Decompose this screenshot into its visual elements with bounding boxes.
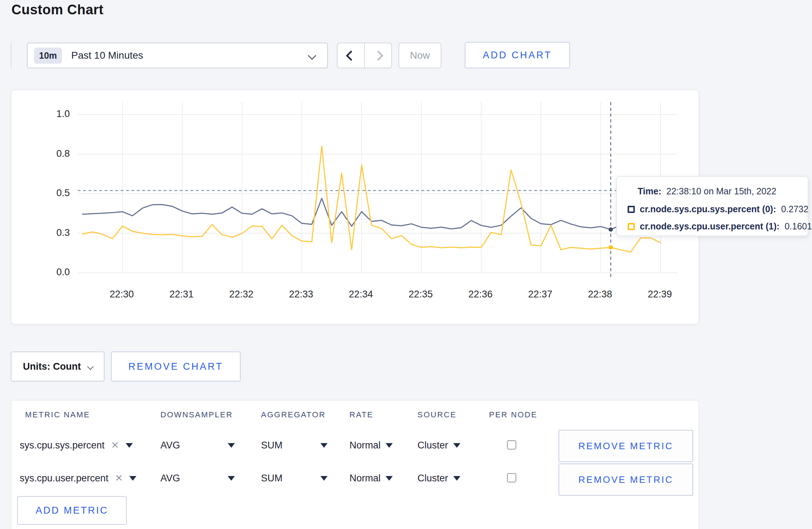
dropdown-caret-icon [386, 476, 393, 481]
aggregator-select[interactable]: SUM [261, 432, 328, 458]
time-range-badge: 10m [34, 48, 62, 64]
toolbar-divider [11, 43, 11, 68]
units-select[interactable]: Units: Count [11, 351, 105, 382]
remove-metric-button[interactable]: REMOVE METRIC [559, 430, 693, 462]
y-tick-label: 0.8 [36, 148, 70, 159]
x-tick-label: 22:38 [575, 288, 625, 300]
chevron-down-icon [87, 363, 93, 370]
x-tick-label: 22:34 [336, 288, 386, 300]
x-tick-label: 22:36 [455, 288, 506, 300]
column-header-metric-name: METRIC NAME [25, 409, 90, 421]
units-select-label: Units: Count [23, 361, 81, 372]
metric-name-select[interactable]: sys.cpu.user.percent ✕ [20, 465, 136, 491]
dropdown-caret-icon [453, 443, 460, 448]
rate-value: Normal [349, 440, 381, 451]
source-value: Cluster [417, 473, 448, 484]
per-node-checkbox[interactable] [507, 440, 516, 450]
remove-chart-label: REMOVE CHART [128, 361, 223, 372]
series-swatch-sys [628, 206, 635, 213]
tooltip-series-value: 0.2732 [781, 204, 808, 214]
chevron-right-icon [373, 50, 383, 61]
metric-name-value: sys.cpu.sys.percent [20, 440, 105, 451]
x-tick-label: 22:30 [97, 288, 147, 300]
prev-range-button[interactable] [338, 43, 365, 68]
y-tick-label: 0.0 [36, 266, 70, 278]
dropdown-caret-icon [228, 443, 235, 448]
aggregator-value: SUM [261, 473, 282, 484]
time-range-select[interactable]: 10m Past 10 Minutes [27, 43, 328, 68]
column-header-aggregator: AGGREGATOR [261, 409, 326, 421]
add-chart-label: ADD CHART [483, 50, 552, 61]
dropdown-caret-icon [126, 443, 133, 448]
rate-value: Normal [349, 473, 381, 484]
aggregator-select[interactable]: SUM [261, 465, 328, 491]
add-metric-button[interactable]: ADD METRIC [17, 496, 127, 525]
series-swatch-user [628, 223, 635, 230]
column-header-downsampler: DOWNSAMPLER [160, 409, 233, 421]
downsampler-select[interactable]: AVG [160, 432, 235, 458]
dropdown-caret-icon [320, 443, 328, 448]
column-header-source: SOURCE [417, 409, 456, 421]
downsampler-value: AVG [160, 440, 180, 451]
remove-metric-label: REMOVE METRIC [578, 441, 673, 452]
tooltip-series-value: 0.1601 [784, 221, 812, 232]
next-range-button[interactable] [365, 43, 391, 68]
tooltip-series-name: cr.node.sys.cpu.sys.percent (0): [640, 204, 776, 214]
source-value: Cluster [417, 440, 448, 451]
y-tick-label: 0.3 [36, 227, 70, 238]
dropdown-caret-icon [320, 476, 328, 481]
metric-name-value: sys.cpu.user.percent [20, 473, 108, 484]
chevron-left-icon [345, 50, 356, 61]
now-button-label: Now [410, 50, 430, 61]
dropdown-caret-icon [129, 476, 136, 481]
time-range-label: Past 10 Minutes [71, 50, 143, 61]
add-metric-label: ADD METRIC [36, 505, 108, 516]
column-header-per-node: PER NODE [489, 409, 537, 421]
dropdown-caret-icon [228, 476, 235, 481]
remove-metric-button[interactable]: REMOVE METRIC [559, 464, 693, 496]
x-tick-label: 22:37 [515, 288, 565, 300]
downsampler-value: AVG [160, 473, 180, 484]
time-nav-group [337, 43, 392, 68]
clear-metric-icon[interactable]: ✕ [111, 440, 119, 451]
rate-select[interactable]: Normal [349, 432, 393, 458]
custom-chart-page: Custom Chart 10m Past 10 Minutes Now ADD… [0, 0, 812, 529]
per-node-checkbox[interactable] [507, 473, 516, 482]
x-tick-label: 22:39 [635, 288, 685, 300]
downsampler-select[interactable]: AVG [160, 465, 235, 491]
tooltip-time-value: 22:38:10 on Mar 15th, 2022 [666, 186, 776, 196]
clear-metric-icon[interactable]: ✕ [115, 472, 123, 484]
chevron-down-icon [308, 51, 316, 60]
dropdown-caret-icon [386, 443, 393, 448]
source-select[interactable]: Cluster [417, 432, 460, 458]
x-tick-label: 22:33 [276, 288, 326, 300]
aggregator-value: SUM [261, 440, 282, 451]
x-tick-label: 22:32 [216, 288, 266, 300]
tooltip-time-label: Time: [638, 186, 661, 196]
y-tick-label: 0.5 [36, 187, 70, 199]
chart-tooltip: Time: 22:38:10 on Mar 15th, 2022 cr.node… [616, 176, 808, 236]
add-chart-button[interactable]: ADD CHART [465, 42, 570, 68]
now-button[interactable]: Now [398, 43, 441, 68]
remove-metric-label: REMOVE METRIC [578, 474, 673, 485]
x-tick-label: 22:31 [156, 288, 207, 300]
column-header-rate: RATE [349, 409, 373, 421]
page-title: Custom Chart [11, 2, 103, 18]
tooltip-series-name: cr.node.sys.cpu.user.percent (1): [640, 221, 779, 232]
dropdown-caret-icon [453, 476, 460, 481]
remove-chart-button[interactable]: REMOVE CHART [111, 351, 241, 382]
x-tick-label: 22:35 [396, 288, 446, 300]
y-tick-label: 1.0 [36, 108, 70, 120]
metric-name-select[interactable]: sys.cpu.sys.percent ✕ [20, 432, 133, 458]
source-select[interactable]: Cluster [417, 465, 460, 491]
rate-select[interactable]: Normal [349, 465, 393, 491]
